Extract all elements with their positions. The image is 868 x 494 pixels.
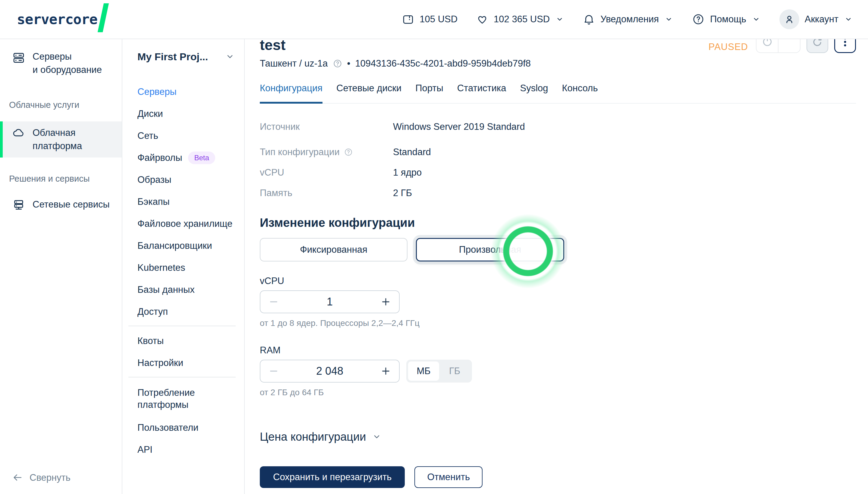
- nav-item-images[interactable]: Образы: [137, 169, 235, 191]
- project-selector[interactable]: My First Proj...: [137, 50, 235, 63]
- tab-ports[interactable]: Порты: [415, 82, 443, 103]
- question-circle-icon[interactable]: [333, 59, 343, 69]
- config-row-memory: Память 2 ГБ: [260, 187, 868, 200]
- more-actions-button[interactable]: [834, 39, 856, 53]
- nav-item-file-storage[interactable]: Файловое хранилище: [137, 213, 235, 235]
- active-indicator-bar: [0, 121, 3, 157]
- sidebar-item-servers-hardware[interactable]: Серверы и оборудование: [0, 50, 122, 77]
- unit-mb-button[interactable]: МБ: [408, 361, 439, 381]
- mode-custom-button[interactable]: Произвольная: [416, 238, 564, 262]
- config-row-type: Тип конфигурации Standard: [260, 146, 868, 158]
- nav-item-label: Образы: [137, 174, 171, 186]
- nav-item-label: Квоты: [137, 335, 164, 347]
- edit-config-title: Изменение конфигурации: [260, 215, 868, 230]
- nav-item-platform-usage[interactable]: Потребление платформы: [137, 381, 235, 417]
- help-label: Помощь: [710, 14, 746, 25]
- nav-item-label: Базы данных: [137, 284, 195, 296]
- nav-item-label: Пользователи: [137, 422, 198, 434]
- nav-item-servers[interactable]: Серверы: [137, 81, 235, 103]
- nav-item-databases[interactable]: Базы данных: [137, 279, 235, 301]
- power-button[interactable]: [756, 39, 778, 52]
- server-id: 10943136-435c-4201-abd9-959b4deb79f8: [355, 58, 531, 69]
- plus-icon[interactable]: [380, 297, 391, 307]
- ram-field-label: RAM: [260, 345, 868, 356]
- config-value: 2 ГБ: [393, 188, 412, 198]
- nav-item-settings[interactable]: Настройки: [137, 352, 235, 374]
- logo-slash-icon: [98, 3, 109, 32]
- nav-item-label: Файрволы: [137, 152, 182, 164]
- nav-item-disks[interactable]: Диски: [137, 103, 235, 125]
- ram-stepper-row: 2 048 МБ ГБ: [260, 360, 868, 383]
- nav-item-label: Диски: [137, 108, 163, 120]
- plus-icon[interactable]: [380, 366, 391, 377]
- collapse-label: Свернуть: [30, 472, 71, 483]
- nav-item-network[interactable]: Сеть: [137, 125, 235, 147]
- minus-icon[interactable]: [268, 366, 279, 377]
- beta-badge: Beta: [188, 152, 215, 164]
- bell-icon: [583, 13, 595, 25]
- balance-item[interactable]: 105 USD: [402, 13, 458, 25]
- project-nav-list-secondary: Квоты Настройки: [137, 330, 235, 374]
- nav-item-kubernetes[interactable]: Kubernetes: [137, 256, 235, 279]
- account-menu[interactable]: Аккаунт: [779, 10, 853, 29]
- tab-console[interactable]: Консоль: [562, 82, 598, 103]
- nav-item-label: Серверы: [137, 86, 177, 98]
- help-menu[interactable]: Помощь: [692, 13, 761, 25]
- wallet-icon: [402, 13, 414, 25]
- minus-icon[interactable]: [268, 297, 279, 307]
- question-circle-icon[interactable]: [344, 148, 353, 157]
- chevron-down-icon: [372, 432, 382, 442]
- tab-configuration[interactable]: Конфигурация: [260, 82, 322, 103]
- vcpu-stepper: 1: [260, 290, 400, 313]
- bonus-item[interactable]: 102 365 USD: [476, 13, 564, 25]
- unit-gb-button[interactable]: ГБ: [439, 361, 470, 381]
- sidebar-item-cloud-platform[interactable]: Облачная платформа: [0, 121, 122, 157]
- tab-syslog[interactable]: Syslog: [520, 82, 548, 103]
- tab-network-disks[interactable]: Сетевые диски: [336, 82, 402, 103]
- bullet-separator: •: [347, 58, 351, 69]
- config-label: Память: [260, 188, 292, 198]
- nav-item-label: Настройки: [137, 357, 183, 369]
- nav-item-users[interactable]: Пользователи: [137, 417, 235, 439]
- price-label: Цена конфигурации: [260, 430, 366, 444]
- tab-statistics[interactable]: Статистика: [457, 82, 506, 103]
- nav-item-firewalls[interactable]: Файрволы Beta: [137, 147, 235, 169]
- account-label: Аккаунт: [805, 14, 838, 25]
- cancel-button[interactable]: Отменить: [414, 466, 482, 488]
- server-location: Ташкент / uz-1a: [260, 58, 328, 69]
- sidebar-item-network-services[interactable]: Сетевые сервисы: [0, 197, 122, 212]
- restart-button[interactable]: [807, 39, 828, 53]
- sidebar-section-solutions: Решения и сервисы: [0, 173, 122, 184]
- config-mode-toggle: Фиксированная Произвольная: [260, 238, 868, 262]
- vcpu-value[interactable]: 1: [327, 296, 333, 308]
- main-content: PAUSED test Ташкент / uz-1a • 10943136-4…: [245, 39, 868, 494]
- price-expander[interactable]: Цена конфигурации: [260, 430, 868, 444]
- server-actions: PAUSED: [708, 39, 856, 53]
- sidebar-section-cloud-services: Облачные услуги: [0, 99, 122, 110]
- server-tabs: Конфигурация Сетевые диски Порты Статист…: [260, 82, 856, 103]
- mode-fixed-button[interactable]: Фиксированная: [260, 238, 407, 262]
- config-row-vcpu: vCPU 1 ядро: [260, 166, 868, 179]
- servercore-logo[interactable]: servercore: [17, 11, 106, 27]
- config-summary: Источник Windows Server 2019 Standard Ти…: [260, 120, 868, 200]
- config-value: 1 ядро: [393, 167, 422, 178]
- nav-item-quotas[interactable]: Квоты: [137, 330, 235, 352]
- project-sidebar: My First Proj... Серверы Диски Сеть Файр…: [122, 39, 245, 494]
- nav-item-backups[interactable]: Бэкапы: [137, 191, 235, 213]
- nav-item-access[interactable]: Доступ: [137, 301, 235, 323]
- nav-item-label: Потребление платформы: [137, 387, 195, 411]
- config-label: Источник: [260, 121, 300, 132]
- ram-unit-toggle: МБ ГБ: [406, 360, 472, 383]
- power-button-group: [756, 39, 800, 53]
- nav-item-label: Доступ: [137, 306, 168, 318]
- power-dropdown-button[interactable]: [778, 39, 800, 52]
- notifications-menu[interactable]: Уведомления: [583, 13, 673, 25]
- collapse-sidebar-button[interactable]: Свернуть: [12, 472, 71, 483]
- nav-item-label: API: [137, 444, 152, 456]
- save-and-reboot-button[interactable]: Сохранить и перезагрузить: [260, 466, 405, 488]
- server-rack-icon: [12, 51, 25, 64]
- project-name: My First Proj...: [137, 50, 208, 63]
- ram-value[interactable]: 2 048: [316, 365, 343, 377]
- nav-item-load-balancers[interactable]: Балансировщики: [137, 235, 235, 256]
- nav-item-api[interactable]: API: [137, 439, 235, 460]
